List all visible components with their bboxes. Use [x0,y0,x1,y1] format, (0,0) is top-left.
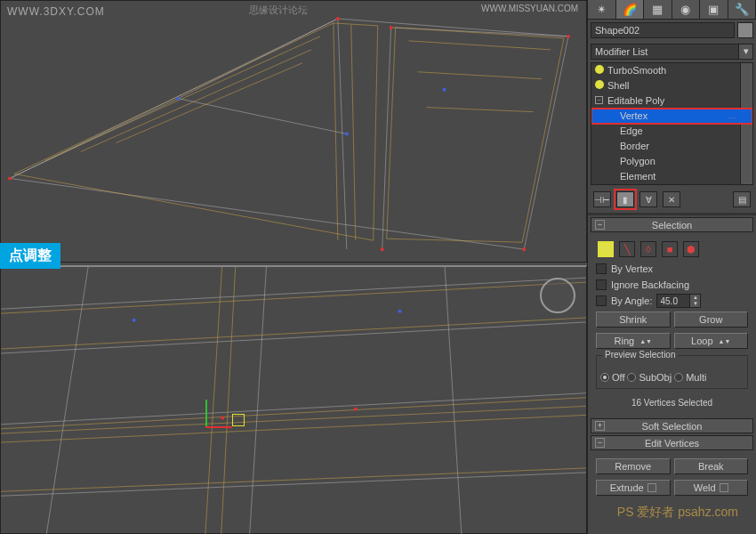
viewport-area: WWW.3DXY.COM 思缘设计论坛 点调整 [0,0,587,534]
minus-icon: − [595,220,605,230]
spinner-up-icon[interactable]: ▲ [689,295,700,301]
stack-item-element[interactable]: Element [591,169,752,184]
dots-icon: ∙∙∙∙ [728,112,736,124]
preview-legend: Preview Selection [602,350,678,360]
selection-status: 16 Vertices Selected [596,392,748,413]
by-vertex-checkbox[interactable] [596,263,607,274]
stack-item-vertex[interactable]: Vertex∙∙∙∙ [591,109,752,124]
rollout-selection-body: ∴ ╲ ◊ ■ ⬢ By Vertex Ignore Backfacing By… [591,234,753,417]
stack-item-shell[interactable]: Shell [591,78,752,93]
svg-point-3 [8,176,12,180]
spinner-down-icon[interactable]: ▼ [689,301,700,307]
viewport-bottom[interactable] [0,265,587,534]
svg-point-11 [133,319,136,322]
subobj-element-icon[interactable]: ⬢ [683,241,699,257]
watermark-center: 思缘设计论坛 [249,4,308,17]
command-panel-tabs: ✴ 🌈 ▦ ◉ ▣ 🔧 [588,0,756,20]
tab-hierarchy[interactable]: ▦ [644,0,672,19]
by-vertex-label: By Vertex [611,263,653,274]
object-color-swatch[interactable] [737,22,753,38]
settings-icon[interactable] [720,483,728,492]
tab-create[interactable]: ✴ [588,0,616,19]
rollout-edit-vertices-body: Remove Break Extrude Weld [591,452,753,502]
ignore-backfacing-checkbox[interactable] [596,279,607,290]
extrude-button[interactable]: Extrude [596,480,671,496]
make-unique-button[interactable]: ∀ [639,191,657,207]
gizmo-x-axis[interactable] [205,426,232,428]
preview-selection-group: Preview Selection Off SubObj Multi [596,355,748,389]
svg-point-5 [381,247,384,251]
stack-item-border[interactable]: Border [591,139,752,154]
svg-point-7 [345,133,349,136]
tab-motion[interactable]: ◉ [672,0,701,19]
svg-point-1 [567,35,570,38]
lightbulb-icon[interactable] [595,80,604,89]
modifier-list-dropdown[interactable]: Modifier List ▾ [591,44,753,60]
viewport-top[interactable] [0,0,587,263]
watermark-right: WWW.MISSYUAN.COM [481,4,578,13]
viewcube[interactable] [540,278,575,313]
ring-button[interactable]: Ring▲▼ [596,333,671,349]
command-panel: ✴ 🌈 ▦ ◉ ▣ 🔧 Modifier List ▾ TurboSmooth … [587,0,756,534]
remove-modifier-button[interactable]: ✕ [663,191,680,207]
remove-button[interactable]: Remove [596,458,671,474]
lightbulb-icon[interactable] [595,65,604,74]
object-name-input[interactable] [591,22,735,38]
svg-point-12 [398,310,402,313]
watermark-url: WWW.3DXY.COM [7,5,105,18]
collapse-icon[interactable]: − [595,96,603,104]
modifier-list-label: Modifier List [591,44,738,59]
dropdown-arrow-icon[interactable]: ▾ [738,44,752,59]
by-angle-checkbox[interactable] [596,295,607,306]
rollout-selection-header[interactable]: − Selection [591,217,753,232]
by-angle-label: By Angle: [611,295,652,306]
rollout-soft-selection-header[interactable]: + Soft Selection [591,418,753,433]
subobj-border-icon[interactable]: ◊ [640,241,656,257]
stack-toolbar: ⊣⊢ ▮ ∀ ✕ ▤ [588,188,756,211]
stack-item-edge[interactable]: Edge [591,124,752,139]
break-button[interactable]: Break [674,458,749,474]
wireframe-top [1,1,586,263]
stack-item-turbosmooth[interactable]: TurboSmooth [591,63,752,78]
preview-multi-radio[interactable] [674,373,683,382]
stack-item-polygon[interactable]: Polygon [591,154,752,169]
annotation-label: 点调整 [0,243,60,269]
grow-button[interactable]: Grow [674,312,749,328]
ignore-backfacing-label: Ignore Backfacing [611,279,689,290]
rollout-edit-vertices-header[interactable]: − Edit Vertices [591,435,753,450]
stack-item-editable-poly[interactable]: −Editable Poly [591,93,752,109]
subobj-edge-icon[interactable]: ╲ [619,241,635,257]
angle-spinner[interactable]: ▲▼ [656,294,701,308]
gizmo-y-axis[interactable] [205,400,207,426]
svg-point-10 [354,408,358,411]
loop-button[interactable]: Loop▲▼ [674,333,749,349]
minus-icon: − [595,438,605,448]
subobj-vertex-icon[interactable]: ∴ [598,241,614,257]
preview-subobj-radio[interactable] [627,373,636,382]
tab-display[interactable]: ▣ [700,0,728,19]
configure-sets-button[interactable]: ▤ [733,191,751,207]
modifier-stack[interactable]: TurboSmooth Shell −Editable Poly Vertex∙… [591,62,753,185]
settings-icon[interactable] [647,483,656,492]
shrink-button[interactable]: Shrink [596,312,671,328]
svg-point-0 [336,17,340,20]
svg-point-8 [442,88,446,92]
tab-modify[interactable]: 🌈 [616,0,645,19]
wireframe-bottom [1,267,586,534]
tab-utilities[interactable]: 🔧 [728,0,757,19]
svg-point-6 [176,97,180,101]
pin-stack-button[interactable]: ⊣⊢ [593,191,611,207]
preview-off-radio[interactable] [600,373,609,382]
gizmo-xy-plane[interactable] [232,414,245,426]
svg-point-4 [390,26,393,29]
transform-gizmo[interactable] [205,400,259,453]
weld-button[interactable]: Weld [674,480,749,496]
svg-point-2 [522,247,526,251]
plus-icon: + [595,421,605,431]
subobj-polygon-icon[interactable]: ■ [662,241,678,257]
show-end-result-button[interactable]: ▮ [616,191,634,207]
